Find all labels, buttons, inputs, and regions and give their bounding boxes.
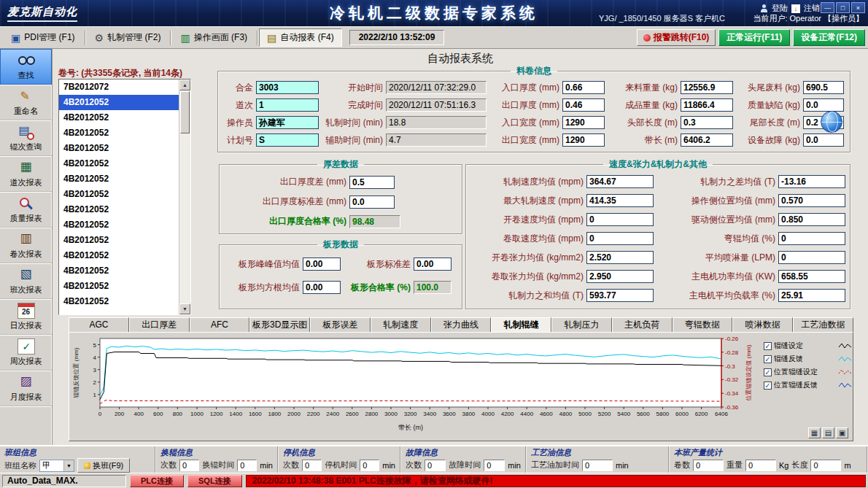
field-label: 成品重量 (kg) [611,99,678,112]
scroll-down-icon[interactable] [179,303,190,314]
field-unit: min [508,461,521,470]
sql-connect-button[interactable]: SQL连接 [187,475,242,487]
field-label: 带长 (m) [611,134,678,147]
minimize-button[interactable]: — [821,2,834,13]
coil-list-item[interactable]: 4B2012052 [59,125,179,141]
logout-label[interactable]: 注销 [804,3,820,14]
field-row: 主电机平均负载率 (%)25.91 [662,286,845,305]
coil-list-item[interactable]: 4B2012052 [59,248,179,263]
chart-tab[interactable]: AFC [190,317,250,332]
field-value[interactable]: 孙建军 [256,116,319,129]
chart-tab[interactable]: 张力曲线 [431,317,492,332]
chart-zoom-icon[interactable]: ▦ [808,427,821,438]
group-thickness: 厚差数据 出口厚度差 (mm)0.5出口厚度标准差 (mm)0.0出口厚度合格率… [219,158,462,234]
chart-tab[interactable]: 轧制速度 [371,317,431,332]
svg-text:3600: 3600 [443,411,456,417]
coil-list-item[interactable]: 4B2012052 [59,202,179,217]
coil-list-item[interactable]: 4B2012052 [59,110,179,125]
group-title: 速度&张力&轧制力&其他 [603,158,713,171]
coil-list-scrollbar[interactable] [179,80,190,314]
shift-change-label: 换班(F9) [93,460,123,471]
login-label[interactable]: 登陆 [772,3,788,14]
sidebar-item-coil-report[interactable]: 卷次报表 [0,228,52,263]
coil-list-item[interactable]: 4B2012052 [59,95,179,110]
device-status-button[interactable]: 设备正常(F12) [793,29,865,46]
scroll-up-icon[interactable] [179,80,190,90]
legend-checkbox[interactable] [764,355,772,363]
chart-tab[interactable]: 主机负荷 [612,317,673,332]
field-value: 0.0 [349,195,395,209]
alarm-jump-button[interactable]: 报警跳转(F10) [637,29,716,46]
field-row: 轧制时间 (min)18.8 [325,114,487,131]
chart-save-icon[interactable]: ▣ [836,427,848,438]
scroll-thumb[interactable] [180,91,190,133]
sidebar-item-monthly-report[interactable]: 月度报表 [0,371,52,406]
svg-text:带长 (m): 带长 (m) [398,424,423,431]
chart-tab[interactable]: 轧制辊缝 [491,317,551,332]
chart-grid-icon[interactable]: ▤ [822,427,834,438]
coil-list-item[interactable]: 4B2012052 [59,263,179,279]
field-label: 合金 [222,82,253,94]
menu-screen[interactable]: ▥操作画面 (F3) [172,28,255,47]
field-value[interactable]: 1 [256,98,319,112]
logout-icon[interactable] [791,4,800,13]
coil-info-grid: 合金3003道次1操作员孙建军计划号S开始时间2020/12/11 07:32:… [222,79,845,149]
sidebar-item-pass-report[interactable]: 道次报表 [0,156,52,192]
field-value[interactable]: 3003 [256,81,319,94]
sidebar-item-find[interactable]: 查找 [0,49,52,85]
coil-list-item[interactable]: 4B2012052 [59,187,179,202]
run-status-button[interactable]: 正常运行(F11) [718,29,790,46]
menu-mill[interactable]: ⚙轧制管理 (F2) [87,28,169,47]
coil-list-item[interactable]: 4B2012052 [59,279,179,294]
coil-list-item[interactable]: 7B2012072 [59,80,179,95]
sidebar-item-quality-report[interactable]: 质量报表 [0,192,52,228]
coil-info-column: 来料重量 (kg)12556.9成品重量 (kg)11866.4头部长度 (m)… [611,79,733,149]
coil-list-item[interactable]: 4B2012052 [59,171,179,187]
chart-tab[interactable]: 板形3D显示图 [249,317,310,332]
field-label: 主电机功率均值 (KW) [662,271,775,283]
close-button[interactable]: × [851,2,865,13]
shift-select[interactable]: 甲 [39,460,74,472]
field-value: 0.00 [414,257,452,271]
section-fields: 次数0停机时间0min [283,458,395,472]
sidebar-item-daily-report[interactable]: 26日次报表 [0,299,52,335]
plc-connect-button[interactable]: PLC连接 [130,475,184,487]
chart-tab[interactable]: 板形误差 [310,317,371,332]
maximize-button[interactable]: □ [836,2,850,13]
chart-tab[interactable]: AGC [69,317,129,332]
field-label: 辅助时间 (min) [325,134,383,147]
chart-tab[interactable]: 轧制压力 [551,317,612,332]
field-label: 出口厚度差 (mm) [237,176,346,188]
chart-tab[interactable]: 喷淋数据 [732,317,793,332]
sidebar-item-weekly-report[interactable]: 周次报表 [0,335,52,371]
field-value[interactable]: S [256,133,319,147]
coil-list-item[interactable]: 4B2012052 [59,233,179,248]
field-label: 卷取张力均值 (kg/mm2) [470,271,584,283]
scroll-track[interactable] [179,134,190,303]
sidebar-item-shift-report[interactable]: 班次报表 [0,263,52,299]
legend-checkbox[interactable] [764,382,772,390]
menu-pdi[interactable]: ▣PDI管理 (F1) [3,28,83,47]
sidebar-item-rename[interactable]: 重命名 [0,85,52,120]
shift-change-button[interactable]: 换班(F9) [77,458,130,473]
coil-list-item[interactable]: 4B2012052 [59,156,179,171]
coil-list-item[interactable]: 4B2012052 [59,294,179,309]
svg-text:-0.34: -0.34 [725,390,739,397]
field-row: 主电机功率均值 (KW)658.55 [662,267,845,286]
field-label: 驱动侧位置均值 (mm) [662,214,775,226]
chevron-down-icon [63,460,74,471]
daily-icon: 26 [18,303,35,319]
coil-list-item[interactable]: 4B2012052 [59,141,179,156]
login-icon[interactable] [760,4,768,12]
chart-tab[interactable]: 出口厚差 [129,317,190,332]
sidebar-item-roll-query[interactable]: 辊次查询 [0,120,52,156]
legend-checkbox[interactable] [764,342,772,350]
section-title: 停机信息 [283,447,395,458]
legend-checkbox[interactable] [764,368,772,376]
svg-text:1200: 1200 [210,411,223,417]
coil-list-item[interactable]: 4B2012052 [59,217,179,233]
menu-report[interactable]: ▤自动报表 (F4) [259,28,342,47]
chart-tab[interactable]: 弯辊数据 [673,317,733,332]
chart-tab[interactable]: 工艺油数据 [793,317,853,332]
sidebar-item-label: 重命名 [14,106,38,117]
